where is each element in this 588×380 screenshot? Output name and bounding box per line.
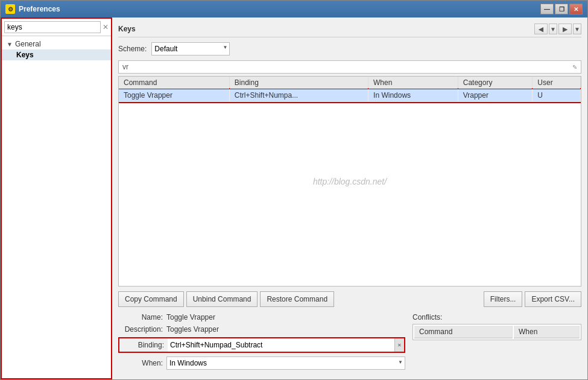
buttons-row: Copy Command Unbind Command Restore Comm… (118, 291, 581, 307)
details-section: Name: Toggle Vrapper Description: Toggle… (118, 313, 581, 373)
conflicts-header-row: Command When (414, 326, 580, 338)
tree-item-general[interactable]: ▼ General (2, 39, 111, 49)
when-select-wrapper: In Windows In Dialogs Always (166, 356, 405, 370)
close-button[interactable]: ✕ (569, 4, 583, 14)
watermark: http://blog.csdn.net/ (313, 177, 387, 186)
name-value: Toggle Vrapper (166, 313, 215, 321)
search-bar: ✕ (2, 19, 111, 36)
filter-edit-icon[interactable]: ✎ (572, 64, 577, 71)
nav-arrows: ◀ ▼ ▶ ▼ (534, 24, 581, 34)
tree-arrow-icon: ▼ (7, 41, 13, 48)
scheme-select-wrapper: Default (151, 42, 230, 55)
restore-button[interactable]: ❐ (555, 4, 568, 14)
conflicts-col-command: Command (414, 326, 513, 338)
conflicts-table: Command When (413, 324, 581, 340)
page-title: Keys (118, 25, 136, 33)
scheme-row: Scheme: Default (118, 42, 581, 55)
name-row: Name: Toggle Vrapper (118, 313, 405, 321)
binding-label: Binding: (119, 341, 168, 349)
table-container: Command Binding When Category User Toggl… (118, 76, 581, 287)
main-header: Keys ◀ ▼ ▶ ▼ (118, 24, 581, 37)
col-when: When (368, 77, 458, 89)
when-row: When: In Windows In Dialogs Always (118, 356, 405, 370)
scheme-label: Scheme: (118, 45, 147, 53)
tree-item-keys[interactable]: Keys (2, 49, 111, 60)
tree: ▼ General Keys (2, 36, 111, 63)
col-category: Category (458, 77, 533, 89)
forward-button[interactable]: ▶ (558, 24, 572, 34)
sidebar: ✕ ▼ General Keys (1, 17, 112, 379)
description-label: Description: (118, 325, 166, 334)
binding-input[interactable] (168, 338, 394, 352)
content-area: ✕ ▼ General Keys Keys ◀ ▼ ▶ (1, 17, 587, 379)
window-icon: ⚙ (5, 4, 15, 14)
description-value: Toggles Vrapper (166, 325, 219, 334)
filter-text: vr (122, 63, 128, 71)
title-bar: ⚙ Preferences — ❐ ✕ (1, 1, 587, 17)
unbind-command-button[interactable]: Unbind Command (186, 291, 258, 307)
tree-parent-label: General (15, 40, 41, 48)
restore-command-button[interactable]: Restore Command (260, 291, 334, 307)
main-panel: Keys ◀ ▼ ▶ ▼ Scheme: Default (112, 17, 587, 379)
back-button[interactable]: ◀ (534, 24, 548, 34)
table-header-row: Command Binding When Category User (119, 77, 581, 89)
description-row: Description: Toggles Vrapper (118, 325, 405, 334)
search-clear-icon[interactable]: ✕ (102, 22, 109, 32)
conflicts-label: Conflicts: (413, 313, 581, 321)
col-user: User (533, 77, 581, 89)
when-select[interactable]: In Windows In Dialogs Always (166, 356, 405, 370)
filters-button[interactable]: Filters... (484, 291, 523, 307)
commands-table: Command Binding When Category User Toggl… (119, 77, 581, 102)
window-title: Preferences (19, 5, 540, 13)
binding-row: Binding: ✕ (118, 337, 405, 353)
minimize-button[interactable]: — (540, 4, 554, 14)
conflicts-col-when: When (514, 326, 580, 338)
binding-clear-button[interactable]: ✕ (394, 338, 404, 352)
preferences-window: ⚙ Preferences — ❐ ✕ ✕ ▼ General Keys (0, 0, 588, 380)
search-input[interactable] (4, 21, 101, 33)
tree-child-label: Keys (16, 51, 34, 59)
back-dropdown-button[interactable]: ▼ (549, 24, 557, 34)
filter-box: vr ✎ (118, 60, 581, 74)
col-command: Command (119, 77, 229, 89)
name-label: Name: (118, 313, 166, 321)
window-controls: — ❐ ✕ (540, 4, 583, 14)
copy-command-button[interactable]: Copy Command (118, 291, 184, 307)
scheme-select[interactable]: Default (151, 42, 230, 55)
when-label: When: (118, 359, 166, 367)
forward-dropdown-button[interactable]: ▼ (573, 24, 581, 34)
col-binding: Binding (229, 77, 368, 89)
details-left: Name: Toggle Vrapper Description: Toggle… (118, 313, 405, 373)
table-row[interactable]: Toggle VrapperCtrl+Shift+Numpa...In Wind… (119, 89, 581, 102)
details-right: Conflicts: Command When (413, 313, 581, 373)
export-csv-button[interactable]: Export CSV... (525, 291, 581, 307)
